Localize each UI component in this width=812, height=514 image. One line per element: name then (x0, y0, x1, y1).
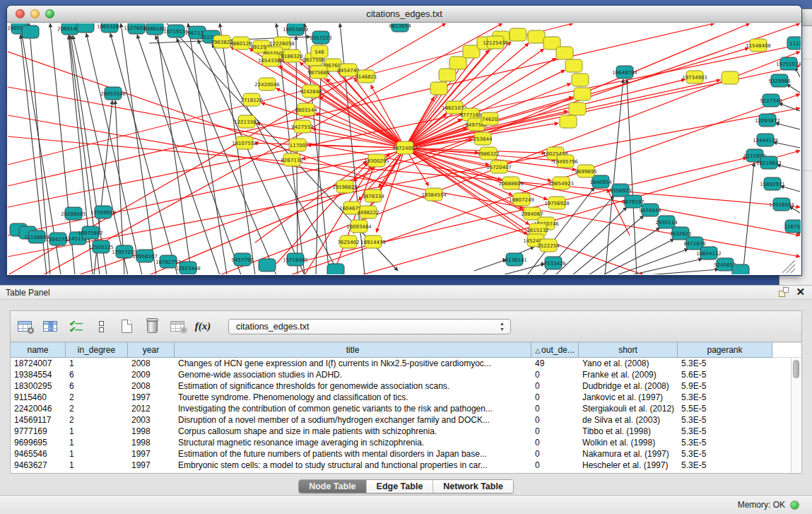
graph-node[interactable]: 8813054 (389, 23, 411, 32)
graph-node[interactable]: 16053809 (283, 23, 308, 35)
table-row[interactable]: 946554611997Estimation of the future num… (11, 448, 791, 460)
network-canvas[interactable]: 2405572420691406106532871527602764661601… (8, 23, 801, 274)
graph-node[interactable] (528, 30, 545, 43)
minimize-button[interactable] (30, 9, 40, 18)
graph-node[interactable]: 74620 (481, 112, 498, 125)
graph-node[interactable]: 20053346 (100, 87, 126, 100)
delete-table-icon[interactable]: x (169, 319, 186, 334)
table-row[interactable]: 2242004622012Investigating the contribut… (11, 403, 791, 414)
table-selector-dropdown[interactable]: citations_edges.txt ▲▼ (228, 319, 511, 334)
table-scrollbar[interactable] (791, 358, 801, 473)
column-header-pagerank[interactable]: pagerank (678, 342, 772, 358)
graph-node[interactable]: 9227349 (760, 94, 782, 107)
table-options-icon[interactable] (16, 319, 33, 334)
column-header-short[interactable]: short (579, 342, 678, 358)
column-header-title[interactable]: title (175, 342, 531, 358)
graph-node[interactable] (430, 82, 447, 95)
graph-node[interactable] (569, 103, 586, 115)
graph-node[interactable]: 546 (311, 45, 328, 58)
resize-grip-icon[interactable] (791, 269, 795, 273)
network-window-titlebar[interactable]: citations_edges.txt (7, 6, 801, 23)
graph-node[interactable] (510, 28, 526, 41)
graph-node[interactable]: 20206505 (61, 207, 86, 220)
table-row[interactable]: 1872400712008Changes of HCN gene express… (11, 358, 791, 369)
graph-node[interactable]: 17016504 (769, 198, 794, 211)
graph-node[interactable]: 9242848 (300, 85, 322, 98)
graph-node[interactable] (574, 88, 591, 100)
column-header-name[interactable]: name (11, 342, 66, 358)
table-row[interactable]: 946362711997Embryonic stem cells: a mode… (11, 460, 791, 471)
graph-node[interactable]: 12444139 (753, 134, 778, 146)
graph-node[interactable]: 7986322 (477, 147, 499, 160)
graph-node[interactable]: 16093484 (346, 220, 372, 233)
graph-node[interactable]: 17533426 (541, 257, 566, 269)
graph-node[interactable]: 8186328 (281, 49, 302, 62)
delete-columns-icon[interactable] (143, 319, 160, 334)
scrollbar-thumb[interactable] (793, 360, 799, 378)
graph-node[interactable] (565, 59, 582, 72)
graph-node[interactable]: 19854923 (548, 177, 574, 189)
graph-node[interactable] (572, 74, 589, 86)
clear-selection-icon[interactable] (93, 319, 110, 334)
close-panel-icon[interactable]: ✕ (796, 287, 805, 297)
table-row[interactable]: 911546021997Tourette syndrome. Phenomeno… (11, 392, 791, 403)
show-columns-icon[interactable] (42, 319, 59, 334)
graph-node[interactable]: 9329966 (768, 74, 791, 87)
graph-node[interactable]: 8357223 (310, 31, 331, 44)
graph-node[interactable] (449, 57, 466, 69)
graph-node[interactable]: 15892971 (760, 177, 785, 190)
graph-node[interactable] (259, 259, 276, 271)
graph-node[interactable]: 9474444 (639, 204, 661, 216)
graph-node[interactable]: 7625402 (337, 235, 359, 248)
column-header-in-degree[interactable]: in_degree (66, 342, 128, 358)
table-row[interactable]: 969969511998Structural magnetic resonanc… (11, 437, 791, 448)
table-row[interactable]: 977716911998Corpus callosum shape and si… (11, 426, 791, 437)
graph-node[interactable]: 15716485 (283, 253, 308, 266)
float-panel-icon[interactable] (779, 287, 789, 297)
graph-node[interactable]: 19756928 (544, 197, 570, 209)
zoom-button[interactable] (45, 9, 54, 18)
column-header-year[interactable]: year (128, 342, 175, 358)
graph-node[interactable]: 18300295 (364, 154, 389, 167)
graph-node[interactable]: 9679197 (622, 195, 644, 208)
graph-node[interactable]: 4498222 (357, 206, 379, 218)
graph-node[interactable] (732, 264, 749, 274)
graph-node[interactable] (77, 23, 94, 33)
graph-node[interactable]: 5878334 (362, 189, 384, 202)
table-row[interactable]: 1938455462009Genome-wide association stu… (11, 369, 791, 380)
graph-node[interactable]: 9358923 (609, 184, 631, 197)
graph-node[interactable]: 116753 (784, 220, 801, 233)
graph-node[interactable]: 2522254 (537, 239, 560, 252)
tab-network-table[interactable]: Network Table (433, 480, 513, 493)
graph-node[interactable]: 11700 (289, 139, 306, 151)
graph-node[interactable]: 9146821 (355, 70, 377, 83)
graph-node[interactable]: 9875685 (307, 66, 329, 78)
tab-node-table[interactable]: Node Table (299, 480, 366, 493)
graph-node[interactable] (22, 25, 39, 38)
graph-node[interactable]: 10653287 (97, 23, 122, 33)
graph-node[interactable]: 16648784 (612, 66, 637, 78)
graph-node[interactable]: 15136141 (502, 253, 527, 266)
graph-node[interactable]: 19734903 (682, 71, 707, 83)
graph-node[interactable]: 8860128 (230, 37, 252, 49)
graph-node[interactable]: 2803144 (295, 103, 317, 116)
graph-node[interactable]: 19196829 (332, 180, 358, 193)
function-builder-icon[interactable]: f(x) (194, 319, 211, 334)
tab-edge-table[interactable]: Edge Table (367, 480, 434, 493)
graph-node[interactable]: 12213383 (234, 115, 259, 128)
close-button[interactable] (16, 9, 25, 18)
graph-node[interactable]: 253644 (473, 132, 493, 145)
table-row[interactable]: 1456911722003Disruption of a novel membe… (11, 414, 791, 426)
graph-node[interactable] (439, 69, 456, 81)
graph-node[interactable]: 2935114 (655, 216, 678, 228)
graph-node[interactable]: 6466160 (143, 23, 165, 35)
graph-node[interactable] (560, 115, 577, 128)
graph-node[interactable] (327, 264, 344, 274)
graph-node[interactable] (556, 47, 573, 59)
graph-node[interactable] (722, 71, 739, 84)
create-column-icon[interactable] (118, 319, 135, 334)
graph-node[interactable]: 1112 (787, 37, 801, 49)
graph-node[interactable]: 9457791 (231, 253, 253, 266)
graph-node[interactable]: 8267130 (281, 153, 302, 166)
graph-node[interactable]: 8427552 (291, 120, 313, 133)
